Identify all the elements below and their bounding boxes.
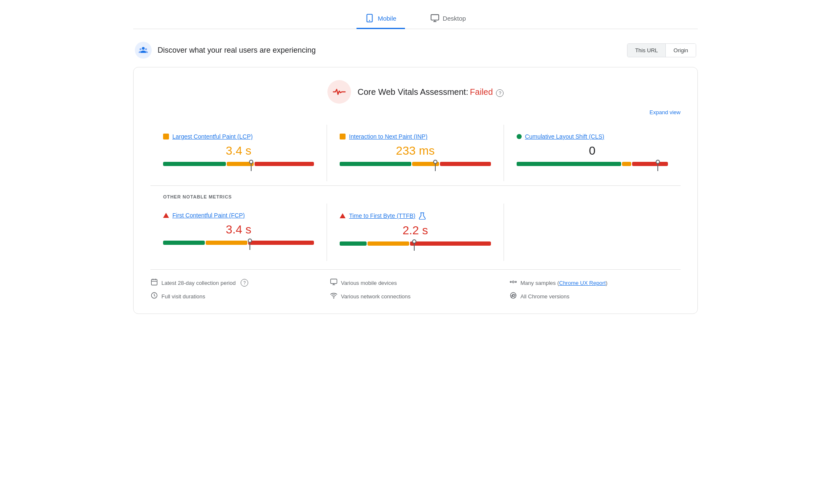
main-card: Core Web Vitals Assessment: Failed ? Exp… [133,67,698,314]
chrome-icon [509,292,517,301]
footer-visits: Full visit durations [150,292,322,301]
inp-indicator [340,134,346,139]
assessment-icon [327,80,351,104]
fcp-bar-orange [206,241,247,245]
footer-network: Various network connections [330,292,501,301]
cls-value: 0 [517,144,668,158]
footer-devices-text: Various mobile devices [341,280,397,286]
lcp-name[interactable]: Largest Contentful Paint (LCP) [172,133,253,140]
url-origin-toggle: This URL Origin [627,43,696,57]
ttfb-beaker-icon [419,212,426,220]
ttfb-marker [412,239,416,251]
lcp-label-row: Largest Contentful Paint (LCP) [163,133,314,140]
cls-bar-green [517,162,622,166]
metric-lcp: Largest Contentful Paint (LCP) 3.4 s [150,125,327,181]
tab-desktop[interactable]: Desktop [422,8,474,29]
cls-label-row: Cumulative Layout Shift (CLS) [517,133,668,140]
lcp-bar-green [163,162,226,166]
this-url-button[interactable]: This URL [627,44,666,57]
header-section: Discover what your real users are experi… [133,42,698,59]
inp-bar [340,162,491,166]
svg-point-7 [145,48,147,50]
assessment-header: Core Web Vitals Assessment: Failed ? Exp… [150,80,681,104]
inp-name[interactable]: Interaction to Next Paint (INP) [349,133,427,140]
fcp-name[interactable]: First Contentful Paint (FCP) [172,212,245,219]
footer-section: Latest 28-day collection period ? Variou… [150,269,681,301]
fcp-indicator [163,213,169,218]
svg-rect-9 [151,279,157,285]
ttfb-bar-orange [367,241,409,246]
header-left: Discover what your real users are experi… [135,42,316,59]
mobile-icon [365,13,374,23]
cls-marker [656,160,660,171]
metric-inp: Interaction to Next Paint (INP) 233 ms [327,125,504,181]
cls-name[interactable]: Cumulative Layout Shift (CLS) [525,133,604,140]
expand-view-link[interactable]: Expand view [649,109,681,115]
metric-ttfb: Time to First Byte (TTFB) 2.2 s [327,204,504,261]
wifi-icon [330,292,338,301]
footer-visits-text: Full visit durations [161,293,205,300]
ttfb-bar-red [410,241,491,246]
svg-rect-2 [431,15,438,20]
svg-point-6 [139,48,142,50]
metric-fcp: First Contentful Paint (FCP) 3.4 s [150,204,327,261]
svg-point-18 [515,281,517,283]
other-metrics-grid: First Contentful Paint (FCP) 3.4 s [150,204,681,261]
assessment-title: Core Web Vitals Assessment: [358,87,469,97]
dots-icon [509,278,517,287]
svg-point-5 [142,47,145,50]
footer-collection-text: Latest 28-day collection period [161,280,236,286]
footer-devices: Various mobile devices [330,278,501,287]
footer-chrome-text: All Chrome versions [520,293,569,300]
metrics-divider [150,185,681,186]
chrome-ux-link[interactable]: Chrome UX Report [559,280,606,286]
fcp-label-row: First Contentful Paint (FCP) [163,212,314,219]
cls-bar-orange [622,162,631,166]
origin-button[interactable]: Origin [666,44,696,57]
cls-bar [517,162,668,166]
fcp-bar [163,241,314,245]
monitor-icon [330,278,338,287]
footer-chrome: All Chrome versions [509,292,681,301]
footer-samples-text: Many samples (Chrome UX Report) [520,280,608,286]
lcp-indicator [163,134,169,139]
ttfb-value: 2.2 s [340,224,491,237]
fcp-marker [248,239,252,250]
tab-mobile-label: Mobile [378,15,396,22]
cls-indicator [517,134,522,139]
fcp-bar-red [248,241,314,245]
svg-point-17 [510,281,512,283]
desktop-icon [430,13,440,23]
svg-point-16 [512,281,515,283]
assessment-status: Failed [470,87,493,97]
inp-bar-red [440,162,491,166]
inp-bar-green [340,162,411,166]
footer-samples: Many samples (Chrome UX Report) [509,278,681,287]
ttfb-label-row: Time to First Byte (TTFB) [340,212,491,220]
ttfb-bar [340,241,491,246]
ttfb-bar-green [340,241,367,246]
lcp-bar-red [255,162,314,166]
lcp-marker [249,160,253,171]
users-icon [138,45,149,56]
inp-value: 233 ms [340,144,491,158]
avatar [135,42,152,59]
fcp-value: 3.4 s [163,223,314,236]
page-title: Discover what your real users are experi… [158,46,316,55]
calendar-icon [150,278,158,287]
clock-icon [150,292,158,301]
assessment-help-icon[interactable]: ? [496,89,504,97]
cls-bar-red [632,162,668,166]
ttfb-name[interactable]: Time to First Byte (TTFB) [349,212,415,219]
vitals-icon [332,87,346,97]
collection-help-icon[interactable]: ? [241,279,248,287]
other-metrics-label: OTHER NOTABLE METRICS [150,194,681,199]
inp-label-row: Interaction to Next Paint (INP) [340,133,491,140]
tab-mobile[interactable]: Mobile [357,8,405,29]
lcp-value: 3.4 s [163,144,314,158]
ttfb-indicator [340,213,346,218]
metric-cls: Cumulative Layout Shift (CLS) 0 [504,125,681,181]
footer-collection-period: Latest 28-day collection period ? [150,278,322,287]
lcp-bar [163,162,314,166]
assessment-title-group: Core Web Vitals Assessment: Failed ? [358,87,504,97]
